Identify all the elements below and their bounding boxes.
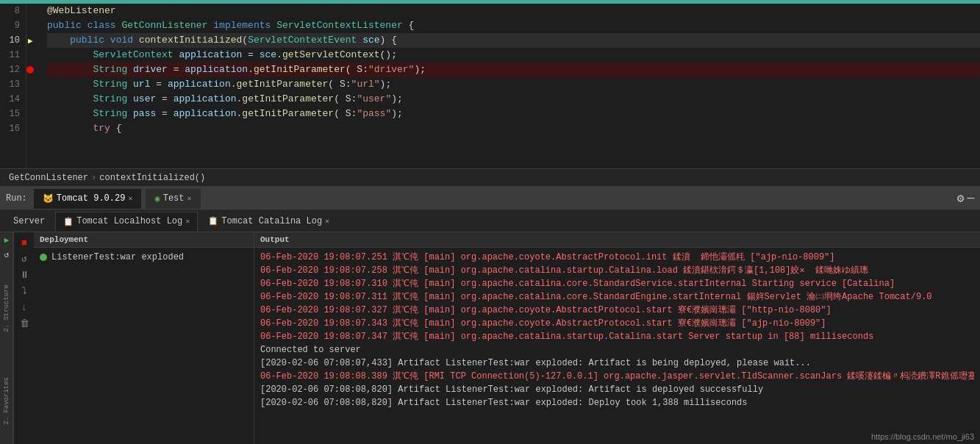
code-content: @WebListener public class GetConnListene… [41,4,980,168]
code-line-9: public class GetConnListener implements … [47,18,980,33]
step-over-btn[interactable]: ⤵ [17,284,32,298]
favorites-label: 2. Favorites [3,377,10,425]
server-tab-catalina-label: Tomcat Catalina Log [221,216,322,226]
localhost-log-close[interactable]: ✕ [185,217,190,226]
output-content[interactable]: 06-Feb-2020 19:08:07.251 淇℃伅 [main] org.… [254,248,980,444]
code-line-14: String user = application . getInitParam… [47,92,980,107]
tab-test-label: Test [163,193,185,204]
log-line-7: Connected to server [260,343,974,357]
tab-test-close[interactable]: ✕ [187,194,192,203]
catalina-log-close[interactable]: ✕ [325,217,329,226]
code-line-11: ServletContext application = sce . getSe… [47,48,980,62]
stop-btn[interactable]: ■ [17,235,32,250]
server-tab-catalina-log[interactable]: 📋 Tomcat Catalina Log ✕ [201,212,337,231]
catalina-log-icon: 📋 [208,216,218,226]
log-line-1: 06-Feb-2020 19:08:07.258 淇℃伅 [main] org.… [260,264,974,277]
line-num-15: 15 [6,107,20,121]
output-header: Output [254,232,980,248]
tab-test[interactable]: ◉ Test ✕ [145,188,201,209]
log-line-11: [2020-02-06 07:08:08,820] Artifact Liste… [260,396,974,409]
bottom-panel: ▶ ↺ 2. Structure 2. Favorites ■ ↺ ⏸ ⤵ ↓ … [0,232,980,444]
localhost-log-icon: 📋 [63,217,74,226]
code-line-8: @WebListener [47,4,980,18]
server-tab-server-label: Server [13,216,45,226]
structure-label: 2. Structure [3,284,10,332]
pause-btn[interactable]: ⏸ [17,268,32,282]
tab-tomcat-close[interactable]: ✕ [128,194,132,203]
breadcrumb-separator: › [91,173,96,183]
clear-btn[interactable]: 🗑 [17,316,32,331]
tab-tomcat[interactable]: 🐱 Tomcat 9.0.29 ✕ [33,188,143,209]
code-line-16: try { [47,121,980,136]
line-num-10: 10 [6,33,20,48]
line-num-13: 13 [6,77,20,92]
code-line-10: public void contextInitialized ( Servlet… [47,33,980,48]
breakpoint-area: ▶ [26,4,41,168]
debug-restart-btn[interactable]: ↺ [17,251,32,266]
log-line-4: 06-Feb-2020 19:08:07.327 淇℃伅 [main] org.… [260,304,974,317]
line-num-8: 8 [6,4,20,18]
editor-area: 8 9 10 11 12 13 14 15 16 ▶ @WebListener … [0,4,980,169]
minimize-icon[interactable]: — [967,192,974,205]
restart-icon[interactable]: ↺ [4,250,10,259]
tab-tomcat-label: Tomcat 9.0.29 [57,193,126,204]
deployment-pane: Deployment ListenerTest:war exploded [34,232,254,444]
log-line-6: 06-Feb-2020 19:08:07.347 淇℃伅 [main] org.… [260,330,974,343]
log-line-5: 06-Feb-2020 19:08:07.343 淇℃伅 [main] org.… [260,317,974,330]
server-tab-localhost-log[interactable]: 📋 Tomcat Localhost Log ✕ [55,212,198,231]
log-line-9: 06-Feb-2020 19:08:08.389 淇℃伅 [RMI TCP Co… [260,370,974,383]
server-tab-localhost-label: Tomcat Localhost Log [76,216,182,226]
line-num-16: 16 [6,121,20,136]
line-num-11: 11 [6,48,20,62]
deployment-status-dot [40,254,47,261]
watermark: https://blog.csdn.net/mo_ji63 [871,432,974,441]
debug-arrow-icon: ▶ [28,36,33,46]
deployment-header: Deployment [34,232,254,248]
code-line-15: String pass = application . getInitParam… [47,107,980,121]
left-side-panel: ▶ ↺ 2. Structure 2. Favorites ■ ↺ ⏸ ⤵ ↓ … [0,232,34,444]
log-line-8: [2020-02-06 07:08:07,433] Artifact Liste… [260,357,974,370]
output-pane: Output 06-Feb-2020 19:08:07.251 淇℃伅 [mai… [254,232,980,444]
run-label: Run: [6,193,27,204]
line-numbers: 8 9 10 11 12 13 14 15 16 [0,4,26,168]
line-num-9: 9 [6,18,20,33]
settings-icon[interactable]: ⚙ [957,191,965,206]
code-line-13: String url = application . getInitParame… [47,77,980,92]
deployment-item-name: ListenerTest:war exploded [51,252,184,262]
breadcrumb: GetConnListener › contextInitialized() [0,169,980,187]
log-line-10: [2020-02-06 07:08:08,820] Artifact Liste… [260,383,974,396]
breadcrumb-item-2[interactable]: contextInitialized() [99,173,205,183]
breadcrumb-item-1[interactable]: GetConnListener [9,173,88,183]
log-line-2: 06-Feb-2020 19:08:07.310 淇℃伅 [main] org.… [260,277,974,290]
step-into-btn[interactable]: ↓ [17,300,32,315]
run-toolbar: Run: 🐱 Tomcat 9.0.29 ✕ ◉ Test ✕ ⚙ — [0,187,980,210]
code-line-12: String driver = application . getInitPar… [47,62,980,77]
line-num-14: 14 [6,92,20,107]
play-icon[interactable]: ▶ [4,235,10,245]
test-icon: ◉ [154,193,160,204]
log-line-0: 06-Feb-2020 19:08:07.251 淇℃伅 [main] org.… [260,251,974,264]
server-tab-server[interactable]: Server [6,212,52,231]
server-tabs-bar: Server 📋 Tomcat Localhost Log ✕ 📋 Tomcat… [0,210,980,232]
panel-controls: ■ ↺ ⏸ ⤵ ↓ 🗑 [13,232,34,444]
deployment-item: ListenerTest:war exploded [34,248,254,267]
tomcat-icon: 🐱 [43,193,54,204]
log-line-3: 06-Feb-2020 19:08:07.311 淇℃伅 [main] org.… [260,290,974,304]
breakpoint-dot-12[interactable] [26,66,34,74]
line-num-12: 12 [6,62,20,77]
